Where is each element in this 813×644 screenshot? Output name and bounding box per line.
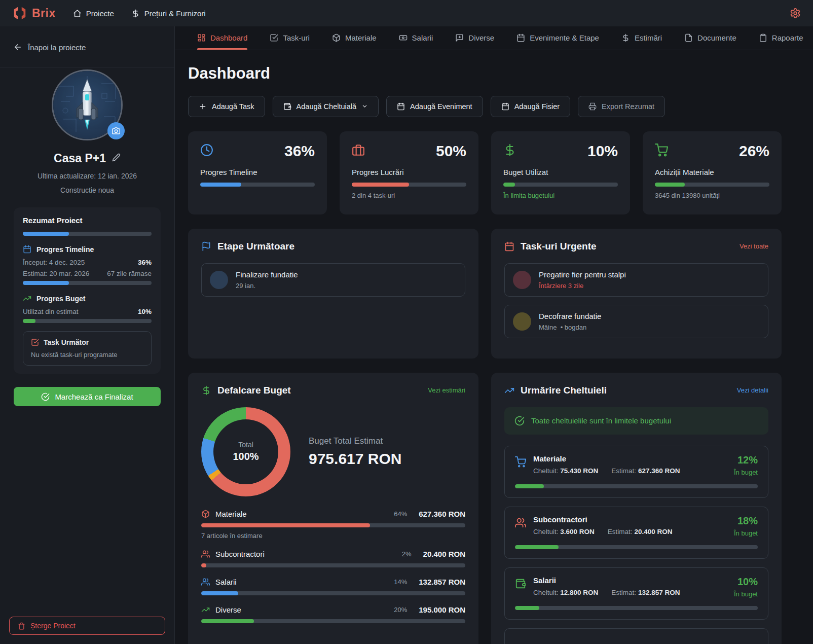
export-summary-button[interactable]: Export Rezumat xyxy=(578,96,665,117)
mid-row: Etape Următoare Finalizare fundatie 29 i… xyxy=(188,229,782,359)
dollar-icon xyxy=(503,144,516,157)
last-update-text: Ultima actualizare: 12 ian. 2026 xyxy=(10,172,164,180)
budget-row-name: Subcontractori xyxy=(215,550,396,558)
timeline-section-label: Progres Timeline xyxy=(36,245,94,254)
calendar-icon xyxy=(23,245,31,254)
gear-icon xyxy=(790,8,801,19)
back-to-projects-link[interactable]: Înapoi la proiecte xyxy=(0,26,174,67)
budget-pct: 10% xyxy=(138,308,152,315)
task-meta: Mâine • bogdan xyxy=(539,324,601,331)
project-name: Casa P+1 xyxy=(54,152,106,165)
stat-caption: 2 din 4 task-uri xyxy=(352,192,466,199)
stat-caption: În limita bugetului xyxy=(503,192,618,199)
calendar-icon xyxy=(516,33,525,42)
project-tabbar: Dashboard Task-uri Materiale Salarii Div… xyxy=(175,26,813,50)
budget-row-pct: 2% xyxy=(402,550,412,558)
brand[interactable]: Brix xyxy=(12,6,56,21)
budget-row-name: Salarii xyxy=(215,578,388,586)
money-icon xyxy=(399,33,408,42)
nav-item-preturi-furnizori[interactable]: Prețuri & Furnizori xyxy=(131,9,206,18)
expense-item-salarii[interactable]: Salarii Cheltuit: 12.800 RON Estimat: 13… xyxy=(504,567,768,620)
task-name: Pregatire fier pentru stalpi xyxy=(539,270,626,279)
trending-up-icon xyxy=(504,385,514,396)
mark-finalized-button[interactable]: Marchează ca Finalizat xyxy=(14,387,161,406)
expense-name: Materiale xyxy=(533,454,727,463)
expense-item-subcontractori[interactable]: Subcontractori Cheltuit: 3.600 RON Estim… xyxy=(504,507,768,559)
tab-estimari[interactable]: Estimări xyxy=(621,26,662,50)
add-expense-button[interactable]: Adaugă Cheltuială xyxy=(273,96,379,117)
task-meta: Întârziere 3 zile xyxy=(539,282,626,290)
budget-row-amount: 627.360 RON xyxy=(419,510,465,518)
stat-card-timeline: 36% Progres Timeline xyxy=(188,131,327,214)
cart-icon xyxy=(515,456,526,468)
budget-donut-chart: Total 100% xyxy=(201,407,290,496)
briefcase-icon xyxy=(352,144,365,157)
budget-row-bar xyxy=(201,619,465,623)
urgent-task-item[interactable]: Decofrare fundatie Mâine • bogdan xyxy=(504,305,768,338)
delete-project-button[interactable]: Șterge Proiect xyxy=(9,617,165,635)
urgent-task-item[interactable]: Pregatire fier pentru stalpi Întârziere … xyxy=(504,263,768,297)
see-all-tasks-link[interactable]: Vezi toate xyxy=(740,242,768,250)
tab-salarii[interactable]: Salarii xyxy=(399,26,433,50)
dashboard-grid-icon xyxy=(197,33,206,42)
stat-value: 26% xyxy=(739,144,769,159)
budget-total-label: Buget Total Estimat xyxy=(309,436,401,446)
plus-icon xyxy=(199,102,207,111)
tab-rapoarte[interactable]: Rapoarte xyxy=(759,26,803,50)
milestone-name: Finalizare fundatie xyxy=(236,270,298,279)
budget-row-amount: 132.857 RON xyxy=(419,578,465,586)
timeline-end: Estimat: 20 mar. 2026 xyxy=(23,270,89,277)
change-avatar-button[interactable] xyxy=(107,122,125,139)
urgent-tasks-panel: Task-uri Urgente Vezi toate Pregatire fi… xyxy=(491,229,782,359)
stat-label: Progres Timeline xyxy=(200,168,315,176)
settings-button[interactable] xyxy=(790,8,801,19)
expense-item-materiale[interactable]: Materiale Cheltuit: 75.430 RON Estimat: … xyxy=(504,446,768,498)
button-label: Adaugă Fisier xyxy=(514,102,560,111)
tab-label: Dashboard xyxy=(210,33,247,42)
tab-label: Materiale xyxy=(345,33,377,42)
package-icon xyxy=(332,33,341,42)
tab-label: Evenimente & Etape xyxy=(530,33,599,42)
dashboard-page: Dashboard Adaugă Task Adaugă Cheltuială … xyxy=(175,50,813,644)
budget-row-amount: 195.000 RON xyxy=(419,605,465,614)
camera-icon xyxy=(112,127,120,135)
tab-diverse[interactable]: Diverse xyxy=(455,26,494,50)
edit-project-name-button[interactable] xyxy=(112,153,121,164)
banner-text: Toate cheltuielile sunt în limitele buge… xyxy=(531,416,671,425)
tab-materiale[interactable]: Materiale xyxy=(332,26,377,50)
file-icon xyxy=(684,33,693,42)
add-file-button[interactable]: Adaugă Fisier xyxy=(491,96,570,117)
budget-row-bar xyxy=(201,591,465,595)
expense-pct: 12% xyxy=(734,454,758,466)
project-summary-card: Rezumat Proiect Progres Timeline Început… xyxy=(14,207,161,374)
users-icon xyxy=(515,517,526,528)
see-details-link[interactable]: Vezi detalii xyxy=(737,386,768,394)
printer-icon xyxy=(588,102,597,111)
add-task-button[interactable]: Adaugă Task xyxy=(188,96,265,117)
stat-value: 50% xyxy=(436,144,466,159)
package-icon xyxy=(201,510,210,518)
stat-label: Achiziții Materiale xyxy=(655,168,769,176)
task-name: Decofrare fundatie xyxy=(539,312,601,320)
expense-estimated: Estimat: 20.400 RON xyxy=(608,528,673,535)
stat-label: Buget Utilizat xyxy=(503,168,618,176)
tab-dashboard[interactable]: Dashboard xyxy=(197,26,247,50)
budget-row-pct: 64% xyxy=(394,510,407,518)
expense-progressbar xyxy=(515,484,758,488)
expense-spent: Cheltuit: 12.800 RON xyxy=(533,589,598,596)
budget-used-label: Utilizat din estimat xyxy=(23,308,79,315)
tab-documente[interactable]: Documente xyxy=(684,26,736,50)
add-event-button[interactable]: Adaugă Eveniment xyxy=(386,96,483,117)
milestone-dot xyxy=(210,271,228,289)
wallet-icon xyxy=(515,578,526,589)
budget-row-name: Diverse xyxy=(215,605,388,614)
stat-progressbar xyxy=(352,183,466,187)
back-label: Înapoi la proiecte xyxy=(28,43,86,52)
tab-task-uri[interactable]: Task-uri xyxy=(270,26,310,50)
trending-up-icon xyxy=(23,294,31,303)
tab-evenimente-etape[interactable]: Evenimente & Etape xyxy=(516,26,599,50)
cart-icon xyxy=(655,144,668,157)
milestone-item[interactable]: Finalizare fundatie 29 ian. xyxy=(201,263,465,297)
see-estimates-link[interactable]: Vezi estimări xyxy=(428,386,465,394)
nav-item-proiecte[interactable]: Proiecte xyxy=(73,9,114,18)
